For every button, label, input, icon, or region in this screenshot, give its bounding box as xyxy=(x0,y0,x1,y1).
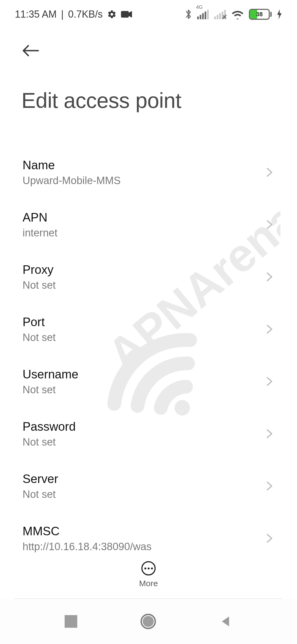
battery-indicator: 38 xyxy=(249,9,270,20)
setting-label: Port xyxy=(23,315,259,329)
dot-icon xyxy=(151,567,153,569)
dot-icon xyxy=(148,567,150,569)
setting-label: APN xyxy=(23,211,259,224)
chevron-right-icon xyxy=(265,167,274,177)
setting-value: Not set xyxy=(23,489,259,500)
svg-rect-2 xyxy=(197,17,199,19)
setting-row-server[interactable]: ServerNot set xyxy=(0,460,297,512)
setting-value: Not set xyxy=(23,436,259,448)
setting-label: Server xyxy=(23,472,259,486)
signal-sim2-icon xyxy=(214,9,226,19)
settings-gear-icon xyxy=(107,10,117,19)
setting-label: MMSC xyxy=(23,524,259,538)
svg-rect-6 xyxy=(207,10,209,19)
svg-rect-8 xyxy=(217,15,218,19)
more-button[interactable] xyxy=(141,561,156,575)
setting-label: Username xyxy=(23,367,259,381)
navigation-bar xyxy=(0,599,297,644)
status-separator: | xyxy=(61,9,64,20)
chevron-right-icon xyxy=(265,481,274,491)
nav-back-button[interactable] xyxy=(219,615,232,628)
setting-label: Password xyxy=(23,420,259,433)
svg-rect-4 xyxy=(202,13,204,19)
setting-row-name[interactable]: NameUpward-Mobile-MMS xyxy=(0,146,297,198)
svg-rect-5 xyxy=(205,12,206,19)
setting-label: Proxy xyxy=(23,263,259,277)
chevron-right-icon xyxy=(265,220,274,230)
setting-value: Upward-Mobile-MMS xyxy=(23,175,259,187)
setting-value: Not set xyxy=(23,384,259,396)
battery-tip xyxy=(270,12,272,17)
setting-row-port[interactable]: PortNot set xyxy=(0,303,297,355)
svg-rect-3 xyxy=(200,15,201,19)
signal-sim1-icon: 4G xyxy=(197,9,209,19)
circle-icon xyxy=(143,616,154,627)
bluetooth-icon xyxy=(185,9,192,20)
setting-value: Not set xyxy=(23,332,259,343)
more-label: More xyxy=(139,579,158,588)
bottom-action-bar: More xyxy=(0,553,297,597)
chevron-right-icon xyxy=(265,272,274,282)
nav-recent-button[interactable] xyxy=(65,615,77,628)
setting-label: Name xyxy=(23,158,259,172)
header: Edit access point xyxy=(0,29,297,113)
status-data-rate: 0.7KB/s xyxy=(68,9,103,20)
apn-settings-list: NameUpward-Mobile-MMSAPNinternetProxyNot… xyxy=(0,146,297,586)
page-title: Edit access point xyxy=(21,88,276,113)
chevron-right-icon xyxy=(265,324,274,334)
setting-row-username[interactable]: UsernameNot set xyxy=(0,355,297,408)
chevron-right-icon xyxy=(265,429,274,439)
nav-home-button[interactable] xyxy=(141,614,156,629)
setting-value: Not set xyxy=(23,279,259,291)
svg-rect-7 xyxy=(214,17,216,19)
chevron-right-icon xyxy=(265,376,274,386)
setting-value: internet xyxy=(23,227,259,239)
charging-bolt-icon xyxy=(277,9,282,20)
status-time: 11:35 AM xyxy=(15,9,57,20)
setting-row-apn[interactable]: APNinternet xyxy=(0,198,297,251)
chevron-right-icon xyxy=(265,533,274,543)
setting-value: http://10.16.18.4:38090/was xyxy=(23,541,259,553)
svg-rect-9 xyxy=(219,13,221,19)
setting-row-proxy[interactable]: ProxyNot set xyxy=(0,251,297,303)
dot-icon xyxy=(144,567,146,569)
wifi-icon xyxy=(231,9,244,19)
back-button[interactable] xyxy=(20,40,42,62)
battery-percent: 38 xyxy=(250,11,269,18)
triangle-left-icon xyxy=(219,615,232,628)
status-bar: 11:35 AM | 0.7KB/s 4G 38 xyxy=(0,0,297,29)
arrow-left-icon xyxy=(22,44,40,57)
camcorder-icon xyxy=(121,10,132,18)
svg-rect-1 xyxy=(121,11,129,18)
setting-row-password[interactable]: PasswordNot set xyxy=(0,408,297,460)
